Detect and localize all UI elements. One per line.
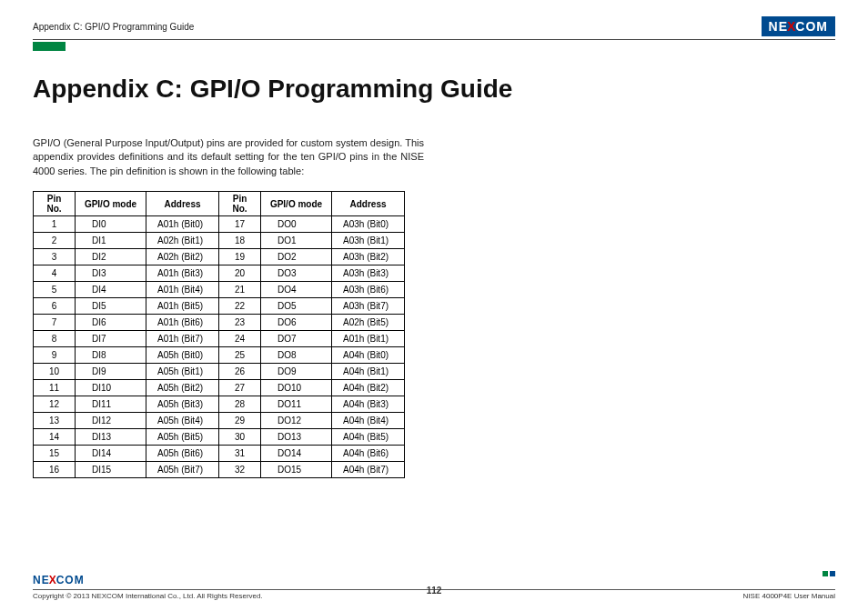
- manual-name: NISE 4000P4E User Manual: [743, 592, 835, 600]
- cell-pin: 22: [219, 298, 261, 315]
- table-row: 2DI1A02h (Bit1)18DO1A03h (Bit1): [34, 233, 405, 249]
- cell-addr: A04h (Bit2): [332, 380, 405, 396]
- table-row: 8DI7A01h (Bit7)24DO7A01h (Bit1): [34, 331, 405, 347]
- cell-pin: 7: [34, 315, 76, 331]
- footer-line: Copyright © 2013 NEXCOM International Co…: [33, 589, 835, 600]
- cell-addr: A01h (Bit0): [146, 216, 219, 233]
- table-row: 3DI2A02h (Bit2)19DO2A03h (Bit2): [34, 249, 405, 265]
- cell-addr: A05h (Bit1): [146, 364, 219, 380]
- cell-addr: A02h (Bit5): [332, 315, 405, 331]
- cell-mode: DI13: [76, 429, 146, 446]
- cell-mode: DO5: [261, 298, 332, 315]
- cell-mode: DO2: [261, 249, 332, 265]
- cell-pin: 16: [34, 462, 76, 478]
- cell-addr: A03h (Bit3): [332, 265, 405, 282]
- cell-addr: A01h (Bit1): [332, 331, 405, 347]
- cell-mode: DI11: [76, 396, 146, 413]
- table-row: 5DI4A01h (Bit4)21DO4A03h (Bit6): [34, 282, 405, 298]
- cell-mode: DO13: [261, 429, 332, 446]
- cell-mode: DI5: [76, 298, 146, 315]
- table-row: 12DI11A05h (Bit3)28DO11A04h (Bit3): [34, 396, 405, 413]
- cell-mode: DO15: [261, 462, 332, 478]
- table-row: 14DI13A05h (Bit5)30DO13A04h (Bit5): [34, 429, 405, 446]
- table-header-row: Pin No. GPI/O mode Address Pin No. GPI/O…: [34, 192, 405, 216]
- cell-pin: 2: [34, 233, 76, 249]
- cell-pin: 32: [219, 462, 261, 478]
- cell-mode: DI4: [76, 282, 146, 298]
- cell-mode: DO7: [261, 331, 332, 347]
- cell-mode: DI7: [76, 331, 146, 347]
- cell-pin: 30: [219, 429, 261, 446]
- brand-logo: NEXCOM: [762, 16, 835, 36]
- cell-addr: A02h (Bit2): [146, 249, 219, 265]
- footer-logo-pre: NE: [33, 574, 50, 586]
- table-row: 4DI3A01h (Bit3)20DO3A03h (Bit3): [34, 265, 405, 282]
- cell-addr: A01h (Bit5): [146, 298, 219, 315]
- cell-mode: DI9: [76, 364, 146, 380]
- cell-pin: 8: [34, 331, 76, 347]
- cell-pin: 29: [219, 413, 261, 429]
- table-row: 6DI5A01h (Bit5)22DO5A03h (Bit7): [34, 298, 405, 315]
- cell-pin: 27: [219, 380, 261, 396]
- cell-mode: DO6: [261, 315, 332, 331]
- cell-pin: 4: [34, 265, 76, 282]
- cell-addr: A03h (Bit7): [332, 298, 405, 315]
- cell-pin: 1: [34, 216, 76, 233]
- cell-addr: A04h (Bit5): [332, 429, 405, 446]
- cell-mode: DI1: [76, 233, 146, 249]
- cell-addr: A04h (Bit6): [332, 446, 405, 462]
- cell-pin: 12: [34, 396, 76, 413]
- cell-pin: 28: [219, 396, 261, 413]
- cell-addr: A04h (Bit1): [332, 364, 405, 380]
- logo-text-pre: NE: [769, 19, 788, 34]
- footer-brand-logo: NEXCOM: [33, 574, 85, 586]
- cell-addr: A03h (Bit0): [332, 216, 405, 233]
- page-number: 112: [427, 586, 442, 596]
- cell-pin: 6: [34, 298, 76, 315]
- cell-pin: 20: [219, 265, 261, 282]
- cell-pin: 9: [34, 347, 76, 364]
- cell-pin: 19: [219, 249, 261, 265]
- cell-pin: 13: [34, 413, 76, 429]
- col-pin-right: Pin No.: [219, 192, 261, 216]
- cell-pin: 26: [219, 364, 261, 380]
- cell-mode: DO11: [261, 396, 332, 413]
- cell-mode: DI8: [76, 347, 146, 364]
- cell-addr: A05h (Bit4): [146, 413, 219, 429]
- cell-mode: DI15: [76, 462, 146, 478]
- cell-addr: A05h (Bit3): [146, 396, 219, 413]
- cell-pin: 24: [219, 331, 261, 347]
- cell-addr: A04h (Bit7): [332, 462, 405, 478]
- cell-addr: A02h (Bit1): [146, 233, 219, 249]
- cell-mode: DO14: [261, 446, 332, 462]
- cell-mode: DI12: [76, 413, 146, 429]
- cell-pin: 17: [219, 216, 261, 233]
- cell-pin: 5: [34, 282, 76, 298]
- cell-pin: 11: [34, 380, 76, 396]
- cell-addr: A03h (Bit1): [332, 233, 405, 249]
- cell-pin: 21: [219, 282, 261, 298]
- cell-pin: 18: [219, 233, 261, 249]
- cell-mode: DO12: [261, 413, 332, 429]
- cell-pin: 10: [34, 364, 76, 380]
- cell-addr: A05h (Bit7): [146, 462, 219, 478]
- corner-mark-icon: [823, 571, 835, 576]
- cell-mode: DO8: [261, 347, 332, 364]
- cell-addr: A03h (Bit2): [332, 249, 405, 265]
- cell-mode: DI2: [76, 249, 146, 265]
- col-pin-left: Pin No.: [34, 192, 76, 216]
- cell-addr: A01h (Bit3): [146, 265, 219, 282]
- col-mode-right: GPI/O mode: [261, 192, 332, 216]
- cell-addr: A04h (Bit4): [332, 413, 405, 429]
- table-row: 10DI9A05h (Bit1)26DO9A04h (Bit1): [34, 364, 405, 380]
- col-addr-left: Address: [146, 192, 219, 216]
- cell-addr: A01h (Bit4): [146, 282, 219, 298]
- table-row: 15DI14A05h (Bit6)31DO14A04h (Bit6): [34, 446, 405, 462]
- table-row: 11DI10A05h (Bit2)27DO10A04h (Bit2): [34, 380, 405, 396]
- page-footer: NEXCOM Copyright © 2013 NEXCOM Internati…: [33, 571, 835, 600]
- cell-addr: A05h (Bit2): [146, 380, 219, 396]
- cell-mode: DO9: [261, 364, 332, 380]
- footer-logo-post: COM: [56, 574, 85, 586]
- col-addr-right: Address: [332, 192, 405, 216]
- cell-mode: DI3: [76, 265, 146, 282]
